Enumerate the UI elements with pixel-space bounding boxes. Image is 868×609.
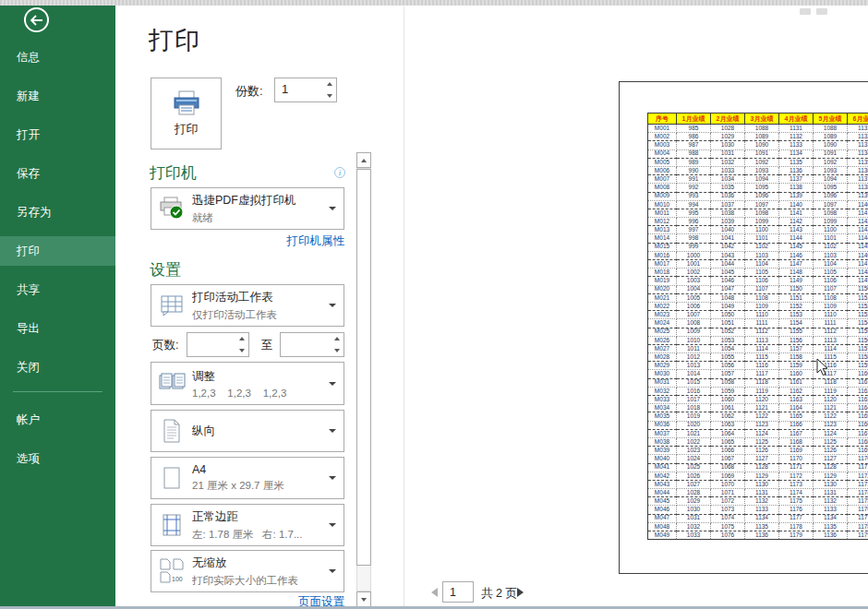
chevron-down-icon xyxy=(329,304,344,307)
pages-from-decrement-button[interactable] xyxy=(235,345,248,357)
table-cell: 1154 xyxy=(779,319,814,328)
printer-dropdown[interactable]: 迅捷PDF虚拟打印机 就绪 xyxy=(151,187,344,230)
sidebar-item-new[interactable]: 新建 xyxy=(0,81,115,111)
table-cell: M044 xyxy=(648,489,677,497)
table-cell: 1135 xyxy=(779,158,814,166)
print-what-dropdown[interactable]: 打印活动工作表 仅打印活动工作表 xyxy=(151,284,344,327)
table-cell: 1111 xyxy=(745,319,779,328)
scroll-down-button[interactable] xyxy=(356,591,371,607)
table-cell: 1138 xyxy=(848,184,868,192)
info-icon[interactable]: i xyxy=(334,167,345,178)
sidebar-item-export[interactable]: 导出 xyxy=(0,314,115,343)
pages-from-stepper[interactable] xyxy=(187,332,249,357)
table-cell: 1126 xyxy=(745,447,779,455)
sidebar-item-info[interactable]: 信息 xyxy=(0,42,115,72)
pages-to-increment-button[interactable] xyxy=(330,333,344,345)
sidebar-item-save-as[interactable]: 另存为 xyxy=(0,197,115,227)
scroll-up-button[interactable] xyxy=(356,152,371,168)
copies-increment-button[interactable] xyxy=(322,78,336,90)
table-cell: M012 xyxy=(648,218,677,226)
table-cell: 1005 xyxy=(677,293,711,302)
table-cell: 1142 xyxy=(779,218,814,226)
table-cell: 1145 xyxy=(848,243,868,251)
copies-value[interactable]: 1 xyxy=(275,78,322,102)
sidebar-item-print[interactable]: 打印 xyxy=(0,236,115,266)
table-cell: M017 xyxy=(648,260,677,269)
sidebar-item-save[interactable]: 保存 xyxy=(0,159,115,188)
print-preview-page: 序号1月业绩2月业绩3月业绩4月业绩5月业绩6月业绩 M001985102810… xyxy=(619,81,868,574)
table-cell: 1108 xyxy=(745,293,779,302)
table-cell: 1143 xyxy=(779,226,814,234)
back-button[interactable] xyxy=(24,7,49,32)
sidebar-item-share[interactable]: 共享 xyxy=(0,275,115,304)
table-row: M035101910621122116511221165 xyxy=(648,412,868,421)
table-cell: 1145 xyxy=(779,243,814,251)
table-cell: M001 xyxy=(648,125,677,133)
orientation-dropdown[interactable]: 纵向 xyxy=(151,410,344,452)
printer-name: 迅捷PDF虚拟打印机 xyxy=(192,193,329,209)
portrait-page-icon xyxy=(151,419,192,443)
table-cell: 1165 xyxy=(779,412,814,421)
margins-dropdown[interactable]: 正常边距 左: 1.78 厘米 右: 1.7... xyxy=(151,504,344,546)
pages-to-decrement-button[interactable] xyxy=(330,345,344,357)
table-cell: M039 xyxy=(648,447,677,455)
scaling-dropdown[interactable]: 100 无缩放 打印实际大小的工作表 xyxy=(151,550,344,592)
table-cell: 1073 xyxy=(711,506,745,514)
table-cell: 1127 xyxy=(745,455,779,463)
table-cell: 1176 xyxy=(848,506,868,514)
table-cell: M023 xyxy=(648,311,677,319)
scaling-title: 无缩放 xyxy=(192,555,329,571)
table-cell: 1168 xyxy=(848,437,868,446)
table-cell: 1124 xyxy=(814,429,848,437)
table-cell: M049 xyxy=(648,531,677,540)
sidebar-item-open[interactable]: 打开 xyxy=(0,120,115,149)
pages-to-stepper[interactable] xyxy=(280,332,344,357)
table-cell: 1102 xyxy=(745,243,779,251)
table-cell: 1032 xyxy=(711,158,745,166)
current-page-input[interactable]: 1 xyxy=(442,581,474,603)
table-cell: 1137 xyxy=(779,175,814,184)
table-cell: 1141 xyxy=(779,209,814,217)
table-row: M034101810611121116411211164 xyxy=(648,404,868,412)
sidebar-item-close[interactable]: 关闭 xyxy=(0,352,115,382)
table-cell: 1106 xyxy=(814,277,848,285)
table-cell: 1177 xyxy=(848,514,868,522)
table-cell: M005 xyxy=(648,158,677,166)
paper-size-dropdown[interactable]: A4 21 厘米 x 29.7 厘米 xyxy=(151,457,344,499)
next-page-button[interactable] xyxy=(517,588,524,597)
table-cell: 1174 xyxy=(779,489,814,497)
table-cell: 1101 xyxy=(745,234,779,243)
table-row: M028101210551115115811151158 xyxy=(648,353,868,362)
table-cell: 1026 xyxy=(677,472,711,480)
table-cell: 1049 xyxy=(711,302,745,310)
table-cell: 1128 xyxy=(814,463,848,472)
excel-backstage-print-view: 信息新建打开保存另存为打印共享导出关闭帐户选项 打印 打印 份数: 1 打印机 … xyxy=(0,0,868,609)
table-cell: 1151 xyxy=(779,293,814,302)
table-cell: M008 xyxy=(648,184,677,192)
table-cell: 1107 xyxy=(814,285,848,293)
scrollbar-thumb[interactable] xyxy=(356,169,371,566)
table-cell: 1170 xyxy=(779,455,814,463)
printer-properties-link[interactable]: 打印机属性 xyxy=(287,233,345,249)
table-cell: 1152 xyxy=(779,302,814,310)
table-cell: 1126 xyxy=(814,447,848,455)
sidebar-item-account[interactable]: 帐户 xyxy=(0,405,115,435)
settings-scrollbar[interactable] xyxy=(356,152,371,607)
collation-dropdown[interactable]: 调整 1,2,3 1,2,3 1,2,3 xyxy=(151,362,344,405)
table-cell: M022 xyxy=(648,302,677,310)
preview-table-header-cell: 4月业绩 xyxy=(779,113,814,125)
copies-decrement-button[interactable] xyxy=(322,90,336,102)
printer-status: 就绪 xyxy=(192,211,329,225)
pages-from-increment-button[interactable] xyxy=(235,333,248,345)
table-cell: 1177 xyxy=(779,514,814,522)
table-cell: 1030 xyxy=(711,141,745,149)
pages-to-value[interactable] xyxy=(281,333,330,356)
table-cell: 1131 xyxy=(745,489,779,497)
previous-page-button[interactable] xyxy=(431,588,438,597)
sidebar-item-options[interactable]: 选项 xyxy=(0,444,115,473)
print-button[interactable]: 打印 xyxy=(151,78,222,149)
table-cell: 1033 xyxy=(677,531,711,540)
pages-from-value[interactable] xyxy=(187,333,235,356)
table-row: M023100710501110115311101153 xyxy=(648,311,868,319)
copies-stepper[interactable]: 1 xyxy=(274,78,337,102)
